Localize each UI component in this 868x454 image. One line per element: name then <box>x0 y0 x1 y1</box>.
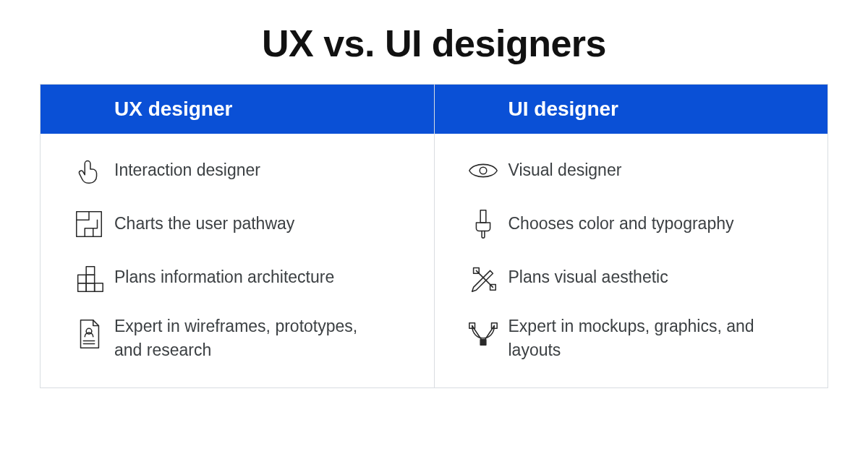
vector-icon <box>458 314 509 351</box>
svg-rect-2 <box>86 275 95 283</box>
list-item: Plans information architecture <box>64 261 405 294</box>
svg-rect-4 <box>78 283 87 292</box>
comparison-diagram: UX vs. UI designers UX designer Interact… <box>0 0 868 454</box>
list-item-label: Plans information architecture <box>114 265 334 289</box>
pointer-icon <box>64 154 114 187</box>
list-item-label: Interaction designer <box>114 158 260 182</box>
svg-rect-5 <box>86 283 95 292</box>
ux-column: UX designer Interaction designer <box>41 85 435 387</box>
list-item-label: Chooses color and typography <box>509 212 734 236</box>
eye-icon <box>458 154 509 187</box>
list-item-label: Expert in mockups, graphics, and layouts <box>509 314 783 363</box>
document-icon <box>64 314 114 351</box>
tools-icon <box>458 261 509 294</box>
maze-icon <box>64 207 114 241</box>
list-item-label: Expert in wireframes, prototypes, and re… <box>114 314 389 363</box>
list-item: Visual designer <box>458 154 799 187</box>
list-item: Plans visual aesthetic <box>458 261 799 294</box>
list-item: Expert in mockups, graphics, and layouts <box>458 314 799 363</box>
list-item: Chooses color and typography <box>458 207 799 241</box>
ux-column-body: Interaction designer Charts the user pat… <box>41 134 434 387</box>
page-title: UX vs. UI designers <box>0 22 868 65</box>
brush-icon <box>458 207 509 241</box>
list-item-label: Charts the user pathway <box>114 212 294 236</box>
ui-column: UI designer Visual designer <box>435 85 828 387</box>
svg-point-8 <box>480 167 487 174</box>
ui-column-header: UI designer <box>435 85 828 134</box>
list-item: Expert in wireframes, prototypes, and re… <box>64 314 405 363</box>
list-item-label: Plans visual aesthetic <box>509 265 668 289</box>
blocks-icon <box>64 261 114 294</box>
ux-column-header: UX designer <box>41 85 434 134</box>
svg-rect-6 <box>95 283 103 292</box>
svg-rect-1 <box>86 267 95 275</box>
list-item: Interaction designer <box>64 154 405 187</box>
list-item: Charts the user pathway <box>64 207 405 241</box>
list-item-label: Visual designer <box>509 158 622 182</box>
comparison-table: UX designer Interaction designer <box>40 84 828 388</box>
ui-column-body: Visual designer Chooses color and typogr… <box>435 134 828 387</box>
svg-rect-3 <box>78 275 87 283</box>
